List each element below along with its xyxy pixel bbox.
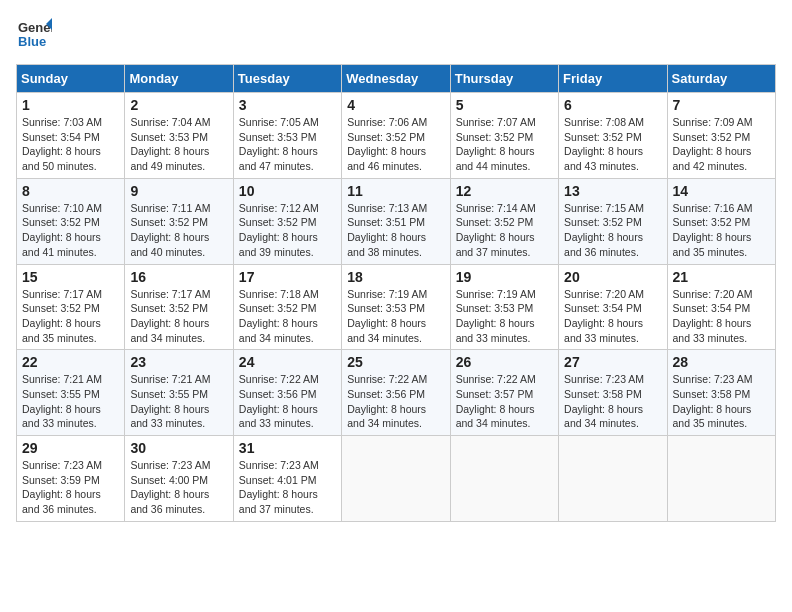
day-number: 15 <box>22 269 119 285</box>
logo-icon: General Blue <box>16 16 52 52</box>
day-info: Sunrise: 7:15 AM Sunset: 3:52 PM Dayligh… <box>564 201 661 260</box>
day-number: 18 <box>347 269 444 285</box>
day-info: Sunrise: 7:22 AM Sunset: 3:56 PM Dayligh… <box>239 372 336 431</box>
calendar-cell <box>450 436 558 522</box>
day-number: 9 <box>130 183 227 199</box>
day-info: Sunrise: 7:16 AM Sunset: 3:52 PM Dayligh… <box>673 201 770 260</box>
day-info: Sunrise: 7:23 AM Sunset: 4:01 PM Dayligh… <box>239 458 336 517</box>
day-number: 14 <box>673 183 770 199</box>
day-info: Sunrise: 7:19 AM Sunset: 3:53 PM Dayligh… <box>347 287 444 346</box>
day-info: Sunrise: 7:19 AM Sunset: 3:53 PM Dayligh… <box>456 287 553 346</box>
day-number: 8 <box>22 183 119 199</box>
calendar-cell: 30 Sunrise: 7:23 AM Sunset: 4:00 PM Dayl… <box>125 436 233 522</box>
calendar-cell: 26 Sunrise: 7:22 AM Sunset: 3:57 PM Dayl… <box>450 350 558 436</box>
day-number: 11 <box>347 183 444 199</box>
calendar-cell: 18 Sunrise: 7:19 AM Sunset: 3:53 PM Dayl… <box>342 264 450 350</box>
day-info: Sunrise: 7:20 AM Sunset: 3:54 PM Dayligh… <box>564 287 661 346</box>
day-number: 31 <box>239 440 336 456</box>
calendar-cell: 22 Sunrise: 7:21 AM Sunset: 3:55 PM Dayl… <box>17 350 125 436</box>
day-info: Sunrise: 7:23 AM Sunset: 3:59 PM Dayligh… <box>22 458 119 517</box>
calendar-table: SundayMondayTuesdayWednesdayThursdayFrid… <box>16 64 776 522</box>
calendar-cell: 5 Sunrise: 7:07 AM Sunset: 3:52 PM Dayli… <box>450 93 558 179</box>
day-info: Sunrise: 7:21 AM Sunset: 3:55 PM Dayligh… <box>22 372 119 431</box>
day-info: Sunrise: 7:23 AM Sunset: 3:58 PM Dayligh… <box>673 372 770 431</box>
calendar-cell: 29 Sunrise: 7:23 AM Sunset: 3:59 PM Dayl… <box>17 436 125 522</box>
day-info: Sunrise: 7:22 AM Sunset: 3:57 PM Dayligh… <box>456 372 553 431</box>
calendar-cell: 1 Sunrise: 7:03 AM Sunset: 3:54 PM Dayli… <box>17 93 125 179</box>
day-info: Sunrise: 7:06 AM Sunset: 3:52 PM Dayligh… <box>347 115 444 174</box>
calendar-cell: 19 Sunrise: 7:19 AM Sunset: 3:53 PM Dayl… <box>450 264 558 350</box>
calendar-cell: 14 Sunrise: 7:16 AM Sunset: 3:52 PM Dayl… <box>667 178 775 264</box>
day-info: Sunrise: 7:04 AM Sunset: 3:53 PM Dayligh… <box>130 115 227 174</box>
day-number: 13 <box>564 183 661 199</box>
day-number: 27 <box>564 354 661 370</box>
day-number: 2 <box>130 97 227 113</box>
calendar-cell: 6 Sunrise: 7:08 AM Sunset: 3:52 PM Dayli… <box>559 93 667 179</box>
day-number: 7 <box>673 97 770 113</box>
day-info: Sunrise: 7:10 AM Sunset: 3:52 PM Dayligh… <box>22 201 119 260</box>
calendar-week-4: 22 Sunrise: 7:21 AM Sunset: 3:55 PM Dayl… <box>17 350 776 436</box>
calendar-cell: 24 Sunrise: 7:22 AM Sunset: 3:56 PM Dayl… <box>233 350 341 436</box>
calendar-cell <box>667 436 775 522</box>
day-number: 3 <box>239 97 336 113</box>
calendar-cell: 20 Sunrise: 7:20 AM Sunset: 3:54 PM Dayl… <box>559 264 667 350</box>
day-info: Sunrise: 7:23 AM Sunset: 4:00 PM Dayligh… <box>130 458 227 517</box>
day-number: 20 <box>564 269 661 285</box>
day-number: 29 <box>22 440 119 456</box>
day-number: 22 <box>22 354 119 370</box>
day-number: 1 <box>22 97 119 113</box>
day-info: Sunrise: 7:22 AM Sunset: 3:56 PM Dayligh… <box>347 372 444 431</box>
day-number: 30 <box>130 440 227 456</box>
day-info: Sunrise: 7:17 AM Sunset: 3:52 PM Dayligh… <box>130 287 227 346</box>
calendar-week-5: 29 Sunrise: 7:23 AM Sunset: 3:59 PM Dayl… <box>17 436 776 522</box>
calendar-week-1: 1 Sunrise: 7:03 AM Sunset: 3:54 PM Dayli… <box>17 93 776 179</box>
calendar-cell: 21 Sunrise: 7:20 AM Sunset: 3:54 PM Dayl… <box>667 264 775 350</box>
calendar-cell: 8 Sunrise: 7:10 AM Sunset: 3:52 PM Dayli… <box>17 178 125 264</box>
logo: General Blue <box>16 16 56 52</box>
day-info: Sunrise: 7:05 AM Sunset: 3:53 PM Dayligh… <box>239 115 336 174</box>
day-number: 4 <box>347 97 444 113</box>
calendar-cell: 9 Sunrise: 7:11 AM Sunset: 3:52 PM Dayli… <box>125 178 233 264</box>
weekday-header-monday: Monday <box>125 65 233 93</box>
calendar-cell: 16 Sunrise: 7:17 AM Sunset: 3:52 PM Dayl… <box>125 264 233 350</box>
day-info: Sunrise: 7:21 AM Sunset: 3:55 PM Dayligh… <box>130 372 227 431</box>
day-number: 23 <box>130 354 227 370</box>
weekday-header-saturday: Saturday <box>667 65 775 93</box>
day-number: 26 <box>456 354 553 370</box>
page-header: General Blue <box>16 16 776 52</box>
day-number: 5 <box>456 97 553 113</box>
day-info: Sunrise: 7:03 AM Sunset: 3:54 PM Dayligh… <box>22 115 119 174</box>
day-info: Sunrise: 7:12 AM Sunset: 3:52 PM Dayligh… <box>239 201 336 260</box>
day-info: Sunrise: 7:07 AM Sunset: 3:52 PM Dayligh… <box>456 115 553 174</box>
svg-text:General: General <box>18 20 52 35</box>
day-number: 25 <box>347 354 444 370</box>
day-number: 28 <box>673 354 770 370</box>
day-info: Sunrise: 7:17 AM Sunset: 3:52 PM Dayligh… <box>22 287 119 346</box>
weekday-header-sunday: Sunday <box>17 65 125 93</box>
day-number: 17 <box>239 269 336 285</box>
calendar-week-3: 15 Sunrise: 7:17 AM Sunset: 3:52 PM Dayl… <box>17 264 776 350</box>
day-info: Sunrise: 7:14 AM Sunset: 3:52 PM Dayligh… <box>456 201 553 260</box>
calendar-cell <box>559 436 667 522</box>
day-info: Sunrise: 7:23 AM Sunset: 3:58 PM Dayligh… <box>564 372 661 431</box>
calendar-cell: 15 Sunrise: 7:17 AM Sunset: 3:52 PM Dayl… <box>17 264 125 350</box>
calendar-cell: 23 Sunrise: 7:21 AM Sunset: 3:55 PM Dayl… <box>125 350 233 436</box>
day-info: Sunrise: 7:11 AM Sunset: 3:52 PM Dayligh… <box>130 201 227 260</box>
calendar-cell: 13 Sunrise: 7:15 AM Sunset: 3:52 PM Dayl… <box>559 178 667 264</box>
day-info: Sunrise: 7:13 AM Sunset: 3:51 PM Dayligh… <box>347 201 444 260</box>
calendar-week-2: 8 Sunrise: 7:10 AM Sunset: 3:52 PM Dayli… <box>17 178 776 264</box>
calendar-cell: 3 Sunrise: 7:05 AM Sunset: 3:53 PM Dayli… <box>233 93 341 179</box>
calendar-cell: 4 Sunrise: 7:06 AM Sunset: 3:52 PM Dayli… <box>342 93 450 179</box>
calendar-cell: 31 Sunrise: 7:23 AM Sunset: 4:01 PM Dayl… <box>233 436 341 522</box>
day-number: 10 <box>239 183 336 199</box>
day-info: Sunrise: 7:09 AM Sunset: 3:52 PM Dayligh… <box>673 115 770 174</box>
day-info: Sunrise: 7:18 AM Sunset: 3:52 PM Dayligh… <box>239 287 336 346</box>
calendar-cell: 17 Sunrise: 7:18 AM Sunset: 3:52 PM Dayl… <box>233 264 341 350</box>
calendar-cell: 27 Sunrise: 7:23 AM Sunset: 3:58 PM Dayl… <box>559 350 667 436</box>
weekday-header-wednesday: Wednesday <box>342 65 450 93</box>
day-info: Sunrise: 7:08 AM Sunset: 3:52 PM Dayligh… <box>564 115 661 174</box>
weekday-header-thursday: Thursday <box>450 65 558 93</box>
calendar-cell: 7 Sunrise: 7:09 AM Sunset: 3:52 PM Dayli… <box>667 93 775 179</box>
day-number: 19 <box>456 269 553 285</box>
svg-text:Blue: Blue <box>18 34 46 49</box>
